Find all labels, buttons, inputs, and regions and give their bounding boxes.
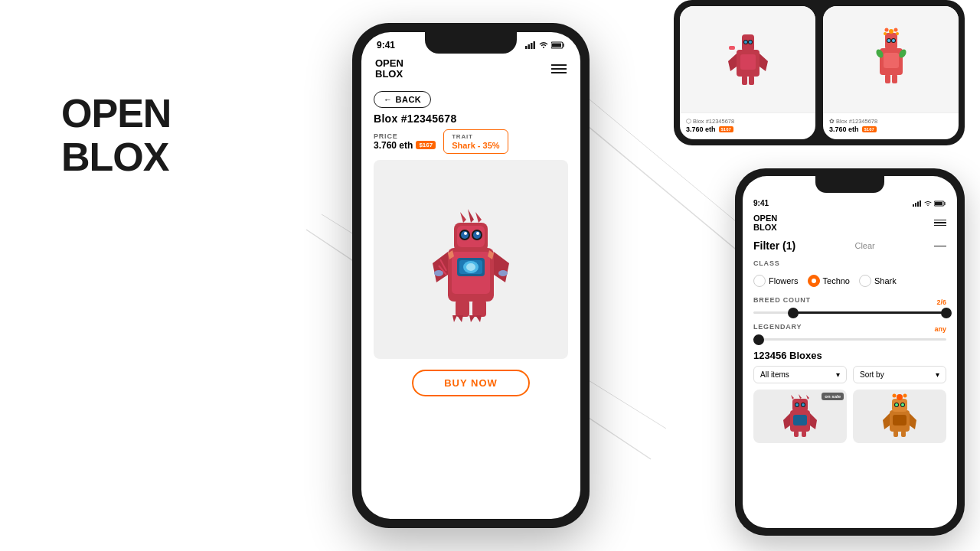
- svg-marker-17: [494, 252, 509, 282]
- filter-hamburger[interactable]: [934, 220, 946, 227]
- breed-count-section: BREED COUNT 2/6: [753, 296, 946, 314]
- back-arrow-icon: ←: [384, 95, 393, 104]
- filter-phone: 9:41: [735, 168, 965, 536]
- class-option-flowers[interactable]: Flowers: [753, 275, 799, 287]
- mini-card-1-price: 3.760 eth $167: [686, 126, 809, 133]
- sort-by-select[interactable]: Sort by ▾: [853, 366, 946, 383]
- svg-marker-36: [475, 315, 482, 322]
- all-items-select[interactable]: All items ▾: [753, 366, 847, 383]
- svg-rect-81: [793, 415, 807, 425]
- mini-card-2: ✿ Blox #12345678 3.760 eth $167: [823, 6, 959, 139]
- svg-point-46: [744, 41, 747, 44]
- svg-marker-35: [469, 315, 475, 322]
- filter-clear-button[interactable]: Clear: [854, 241, 874, 250]
- svg-rect-71: [917, 201, 919, 207]
- legendary-value: any: [934, 325, 946, 333]
- brand-logo: OPEN BLOX: [61, 92, 171, 179]
- mini-card-2-badge: $167: [862, 126, 877, 132]
- breed-count-thumb-left[interactable]: [788, 308, 799, 318]
- nft-card-1[interactable]: on sale: [753, 390, 847, 443]
- svg-point-26: [464, 232, 467, 235]
- breed-count-thumb-right[interactable]: [941, 308, 952, 318]
- svg-point-59: [892, 39, 895, 42]
- svg-rect-61: [892, 74, 897, 83]
- mini-card-1-icon: ⬡: [686, 118, 691, 125]
- svg-rect-72: [920, 201, 921, 207]
- svg-rect-42: [740, 54, 756, 70]
- svg-rect-54: [884, 53, 899, 68]
- svg-point-47: [749, 41, 752, 44]
- price-label: PRICE: [374, 132, 436, 140]
- robot-character-svg: [417, 191, 524, 328]
- filter-signal-icon: [913, 201, 922, 207]
- filter-title: Filter (1): [753, 240, 795, 252]
- svg-point-102: [903, 394, 907, 398]
- price-value: 3.760 eth $167: [374, 140, 436, 151]
- mini-robot-2-svg: [868, 27, 914, 92]
- svg-marker-28: [460, 212, 466, 223]
- filter-phone-notch: [815, 176, 884, 193]
- svg-rect-69: [913, 204, 914, 207]
- svg-point-94: [901, 403, 904, 406]
- status-icons: [525, 41, 565, 49]
- svg-marker-97: [910, 413, 916, 429]
- shark-label: Shark: [874, 276, 897, 285]
- flowers-label: Flowers: [769, 276, 799, 285]
- buy-now-button[interactable]: BUY NOW: [412, 370, 530, 396]
- price-section: PRICE 3.760 eth $167: [374, 132, 436, 151]
- nft-robot-2-svg: [880, 393, 919, 439]
- class-label: CLASS: [753, 259, 780, 267]
- mini-card-1-info: ⬡ Blox #12345678 3.760 eth $167: [680, 112, 815, 139]
- mini-card-1-badge: $167: [719, 126, 733, 132]
- filter-header: Filter (1) Clear —: [753, 240, 946, 252]
- svg-rect-85: [802, 431, 806, 437]
- svg-rect-7: [534, 41, 536, 49]
- svg-point-27: [476, 232, 479, 235]
- class-option-techno[interactable]: Techno: [808, 275, 850, 287]
- legendary-slider[interactable]: [753, 338, 946, 341]
- svg-point-37: [434, 270, 443, 276]
- shark-radio[interactable]: [859, 275, 871, 287]
- mini-robot-1-svg: [725, 27, 771, 92]
- main-phone: 9:41: [352, 23, 590, 528]
- filter-battery-icon: [934, 201, 946, 207]
- flowers-radio[interactable]: [753, 275, 766, 287]
- breed-count-slider[interactable]: [753, 311, 946, 314]
- class-filter-section: CLASS Flowers Techno Shark: [753, 259, 946, 287]
- mini-card-2-price: 3.760 eth $167: [829, 126, 952, 133]
- filter-collapse-icon[interactable]: —: [934, 240, 946, 252]
- nft-card-2[interactable]: [853, 390, 946, 443]
- class-option-shark[interactable]: Shark: [859, 275, 897, 287]
- top-cards-container: ⬡ Blox #12345678 3.760 eth $167: [674, 0, 965, 145]
- hamburger-menu[interactable]: [551, 64, 567, 73]
- svg-point-15: [466, 263, 475, 271]
- svg-rect-70: [915, 203, 916, 207]
- svg-point-62: [889, 29, 893, 34]
- svg-marker-82: [783, 413, 790, 429]
- svg-rect-95: [893, 415, 906, 425]
- filter-status-bar: 9:41: [753, 199, 946, 207]
- svg-rect-49: [749, 76, 754, 85]
- breed-count-value: 2/6: [936, 298, 946, 306]
- signal-icon: [525, 41, 536, 49]
- battery-icon: [551, 41, 565, 49]
- filter-wifi-icon: [924, 201, 932, 207]
- legendary-thumb[interactable]: [753, 334, 764, 345]
- svg-marker-86: [791, 395, 794, 399]
- sort-chevron-icon: ▾: [936, 370, 939, 379]
- back-button[interactable]: ← BACK: [374, 91, 431, 108]
- wifi-icon: [539, 41, 548, 49]
- svg-rect-99: [901, 431, 906, 437]
- mini-card-2-icon: ✿: [829, 118, 835, 125]
- legendary-label: LEGENDARY: [753, 323, 802, 331]
- nft-card-2-image: [853, 390, 946, 443]
- svg-point-79: [795, 403, 799, 406]
- trait-badge: TRAIT Shark - 35%: [443, 129, 508, 154]
- svg-rect-32: [472, 300, 486, 317]
- chevron-down-icon: ▾: [836, 370, 840, 379]
- techno-radio[interactable]: [808, 275, 820, 287]
- listing-controls: All items ▾ Sort by ▾: [753, 366, 946, 383]
- svg-rect-52: [729, 46, 735, 50]
- svg-rect-6: [531, 43, 533, 49]
- svg-point-100: [897, 394, 903, 400]
